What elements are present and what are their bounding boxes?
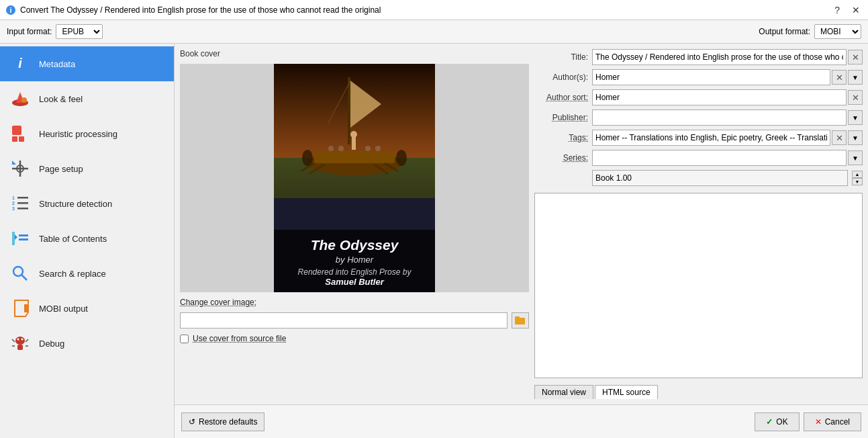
- book-title-main: The Odyssey: [279, 236, 430, 253]
- change-cover-label: Change cover image:: [180, 298, 256, 307]
- series-input[interactable]: [592, 150, 847, 166]
- titlebar-left: i Convert The Odyssey / Rendered into En…: [5, 5, 381, 15]
- author-sort-label: Author sort:: [534, 93, 588, 102]
- sidebar-item-metadata[interactable]: i Metadata: [0, 46, 174, 81]
- book-cover-label: Book cover: [180, 49, 529, 58]
- sidebar-item-heuristic[interactable]: Heuristic processing: [0, 116, 174, 151]
- description-textarea[interactable]: [534, 193, 863, 378]
- use-source-label: Use cover from source file: [193, 334, 286, 343]
- book-number-spinner: ▲ ▼: [852, 171, 863, 185]
- sidebar-item-structure[interactable]: 1 2 3 Structure detection: [0, 186, 174, 221]
- ok-icon: ✓: [766, 417, 773, 427]
- output-format-label: Output format:: [759, 27, 810, 36]
- search-replace-icon: [8, 261, 32, 286]
- title-input[interactable]: [592, 49, 847, 65]
- output-format-select[interactable]: MOBI: [814, 24, 861, 39]
- svg-point-24: [13, 267, 23, 276]
- cover-browse-button[interactable]: [512, 312, 529, 328]
- html-source-tab[interactable]: HTML source: [595, 385, 658, 399]
- tags-input[interactable]: [592, 130, 830, 146]
- normal-view-tab[interactable]: Normal view: [534, 385, 593, 399]
- svg-point-51: [365, 146, 371, 151]
- series-dropdown-button[interactable]: ▼: [848, 150, 863, 165]
- svg-rect-7: [12, 126, 21, 135]
- svg-rect-47: [352, 136, 356, 150]
- authors-input[interactable]: [592, 69, 830, 85]
- svg-text:3: 3: [12, 206, 15, 211]
- book-title-by: by Homer: [279, 255, 430, 265]
- sidebar-debug-label: Debug: [39, 339, 64, 349]
- metadata-icon: i: [8, 52, 32, 76]
- tags-clear-button[interactable]: ✕: [832, 130, 847, 145]
- cover-bg: [274, 64, 435, 198]
- input-format-select[interactable]: EPUB: [56, 24, 103, 39]
- svg-text:i: i: [18, 56, 22, 71]
- svg-point-30: [21, 339, 23, 341]
- book-number-input[interactable]: [592, 170, 848, 186]
- sidebar-search-replace-label: Search & replace: [39, 269, 106, 279]
- sidebar-item-mobi-output[interactable]: MOBI output: [0, 291, 174, 326]
- output-format-group: Output format: MOBI: [759, 24, 861, 39]
- title-input-wrapper: ✕: [592, 49, 863, 65]
- title-clear-button[interactable]: ✕: [848, 50, 863, 64]
- sidebar-item-debug[interactable]: Debug: [0, 326, 174, 361]
- spinner-up-button[interactable]: ▲: [852, 171, 863, 178]
- sidebar-item-page-setup[interactable]: Page setup: [0, 151, 174, 186]
- spinner-down-button[interactable]: ▼: [852, 178, 863, 185]
- svg-line-32: [12, 339, 15, 342]
- sidebar-item-look-feel[interactable]: Look & feel: [0, 81, 174, 116]
- author-sort-input-wrapper: ✕: [592, 89, 863, 105]
- book-number-row: ▲ ▼: [592, 170, 863, 186]
- cover-checkbox-row: Use cover from source file: [180, 334, 529, 343]
- sidebar-heuristic-label: Heuristic processing: [39, 129, 117, 139]
- svg-line-33: [26, 339, 28, 342]
- toc-icon: [8, 226, 32, 251]
- close-button[interactable]: ✕: [849, 5, 863, 15]
- bottom-right-buttons: ✓ OK ✕ Cancel: [755, 412, 861, 431]
- heuristic-icon: [8, 122, 32, 146]
- help-button[interactable]: ?: [832, 5, 842, 15]
- authors-clear-button[interactable]: ✕: [832, 70, 847, 85]
- cover-image-container: The Odyssey by Homer Rendered into Engli…: [180, 64, 529, 292]
- authors-input-wrapper: ✕ ▼: [592, 69, 863, 85]
- sidebar-mobi-label: MOBI output: [39, 304, 88, 314]
- svg-rect-42: [314, 151, 395, 163]
- authors-label: Author(s):: [534, 73, 588, 82]
- content-area: Book cover: [175, 44, 868, 438]
- cancel-label: Cancel: [825, 417, 850, 427]
- use-source-checkbox[interactable]: [180, 335, 189, 343]
- svg-line-25: [21, 275, 27, 280]
- toolbar: Input format: EPUB Output format: MOBI: [0, 20, 868, 44]
- app-icon: i: [5, 5, 16, 15]
- mobi-output-icon: [8, 296, 32, 320]
- structure-icon: 1 2 3: [8, 191, 32, 216]
- book-subtitle: Rendered into English Prose by: [279, 267, 430, 277]
- cancel-button[interactable]: ✕ Cancel: [804, 412, 861, 431]
- author-sort-input[interactable]: [592, 89, 847, 105]
- svg-rect-9: [19, 136, 24, 142]
- tags-dropdown-button[interactable]: ▼: [848, 130, 863, 145]
- cover-path-input[interactable]: [180, 312, 508, 328]
- svg-text:2: 2: [12, 201, 15, 206]
- svg-point-29: [17, 339, 19, 341]
- svg-text:1: 1: [12, 195, 15, 200]
- body-area: i Metadata Look & feel: [0, 44, 868, 438]
- view-tabs: Normal view HTML source: [534, 382, 863, 399]
- svg-text:i: i: [9, 6, 11, 14]
- ok-button[interactable]: ✓ OK: [755, 412, 799, 431]
- book-subtitle2: Samuel Butler: [279, 277, 430, 287]
- sidebar-item-toc[interactable]: Table of Contents: [0, 221, 174, 256]
- tags-row: Tags: ✕ ▼: [534, 130, 863, 146]
- svg-point-49: [328, 146, 334, 151]
- author-sort-clear-button[interactable]: ✕: [848, 90, 863, 105]
- svg-rect-38: [348, 77, 350, 144]
- publisher-dropdown-button[interactable]: ▼: [848, 110, 863, 125]
- restore-defaults-button[interactable]: ↺ Restore defaults: [181, 412, 264, 431]
- sidebar-look-feel-label: Look & feel: [39, 94, 83, 104]
- authors-dropdown-button[interactable]: ▼: [848, 70, 863, 85]
- sidebar-item-search-replace[interactable]: Search & replace: [0, 256, 174, 291]
- series-input-wrapper: ▼: [592, 150, 863, 166]
- restore-label: Restore defaults: [199, 417, 257, 427]
- publisher-input[interactable]: [592, 110, 847, 126]
- svg-rect-31: [17, 345, 23, 350]
